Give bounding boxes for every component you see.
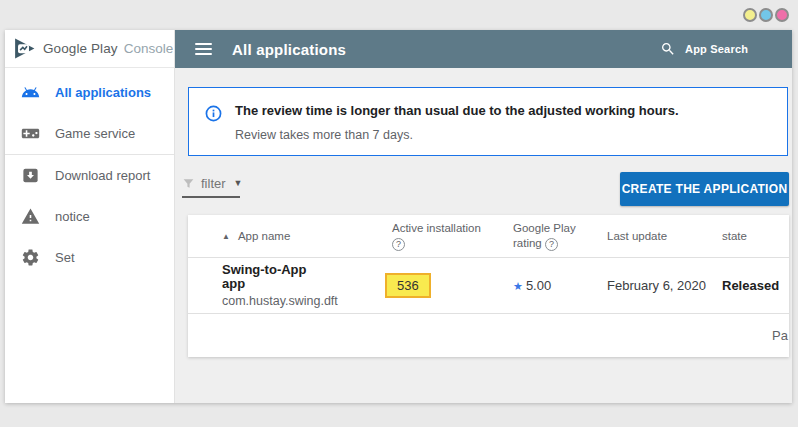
sidebar-item-game-service[interactable]: Game service xyxy=(5,113,174,154)
sidebar-item-label: Game service xyxy=(55,126,135,141)
column-header-label: Google Play xyxy=(513,221,607,236)
sidebar: Google Play Console All applications Ga xyxy=(5,30,175,403)
sidebar-item-download-report[interactable]: Download report xyxy=(5,155,174,196)
star-icon: ★ xyxy=(513,280,523,292)
filter-dropdown[interactable]: filter ▼ xyxy=(182,172,240,198)
applications-table: ▲ App name Active installation ? Google … xyxy=(188,215,789,357)
app-name-line1: Swing-to-App xyxy=(222,263,392,277)
banner-subtitle: Review takes more than 7 days. xyxy=(235,128,413,142)
help-icon[interactable]: ? xyxy=(545,238,558,251)
warning-icon xyxy=(21,207,40,226)
menu-icon[interactable] xyxy=(195,40,212,58)
state-badge: Released xyxy=(722,278,789,293)
rating-cell: ★5.00 xyxy=(513,278,607,293)
column-header-active-installation: Active installation ? xyxy=(392,221,513,251)
table-row[interactable]: Swing-to-App app com.hustay.swing.dft 53… xyxy=(188,258,789,314)
search-label: App Search xyxy=(685,43,748,55)
window-dot-pink[interactable] xyxy=(775,8,789,22)
table-header-row: ▲ App name Active installation ? Google … xyxy=(188,215,789,258)
column-header-label: App name xyxy=(238,229,290,244)
column-header-label: rating xyxy=(513,237,542,249)
last-update-cell: February 6, 2020 xyxy=(607,278,722,293)
sidebar-item-label: All applications xyxy=(55,85,151,100)
sort-asc-icon: ▲ xyxy=(222,229,230,244)
logo-bar: Google Play Console xyxy=(5,30,174,68)
app-name-line2: app xyxy=(222,277,392,291)
gamepad-icon xyxy=(21,124,40,143)
download-report-icon xyxy=(21,166,40,185)
column-header-app-name[interactable]: ▲ App name xyxy=(222,229,392,244)
play-console-window: Google Play Console All applications Ga xyxy=(5,30,792,403)
sidebar-item-label: Set xyxy=(55,250,75,265)
google-play-console-logo-icon xyxy=(12,36,37,61)
active-installs-cell: 536 xyxy=(392,273,513,298)
logo-brand-text: Google Play xyxy=(43,41,118,56)
window-controls xyxy=(743,8,790,22)
column-header-google-play-rating: Google Play rating ? xyxy=(513,221,607,251)
rating-value: 5.00 xyxy=(526,278,551,293)
sidebar-item-set[interactable]: Set xyxy=(5,237,174,278)
sidebar-item-label: Download report xyxy=(55,168,150,183)
table-footer: Pa xyxy=(188,314,789,356)
window-dot-yellow[interactable] xyxy=(743,8,757,22)
sidebar-item-all-applications[interactable]: All applications xyxy=(5,72,174,113)
filter-funnel-icon xyxy=(182,177,195,190)
active-installs-value-highlighted: 536 xyxy=(385,273,431,298)
sidebar-nav: All applications Game service xyxy=(5,68,174,278)
create-application-button[interactable]: CREATE THE APPLICATION xyxy=(620,172,789,206)
logo-product-text: Console xyxy=(124,41,174,56)
page-title: All applications xyxy=(232,41,346,58)
topbar: All applications App Search xyxy=(175,30,792,68)
filter-label: filter xyxy=(201,176,226,191)
banner-title: The review time is longer than usual due… xyxy=(235,103,679,118)
android-icon xyxy=(21,83,40,102)
column-header-label: Active installation xyxy=(392,221,513,236)
column-header-state: state xyxy=(722,229,789,244)
app-name-cell[interactable]: Swing-to-App app com.hustay.swing.dft xyxy=(222,263,392,308)
info-icon xyxy=(205,105,222,126)
gear-icon xyxy=(21,248,40,267)
window-dot-blue[interactable] xyxy=(759,8,773,22)
pagination-label: Pa xyxy=(772,328,788,343)
app-package-name: com.hustay.swing.dft xyxy=(222,294,392,308)
search-icon xyxy=(660,41,676,57)
app-search[interactable]: App Search xyxy=(660,30,748,68)
main-content: The review time is longer than usual due… xyxy=(175,68,792,403)
help-icon[interactable]: ? xyxy=(392,238,405,251)
sidebar-item-notice[interactable]: notice xyxy=(5,196,174,237)
sidebar-item-label: notice xyxy=(55,209,90,224)
review-notice-banner: The review time is longer than usual due… xyxy=(188,87,788,156)
caret-down-icon: ▼ xyxy=(234,178,243,188)
column-header-last-update: Last update xyxy=(607,229,722,244)
